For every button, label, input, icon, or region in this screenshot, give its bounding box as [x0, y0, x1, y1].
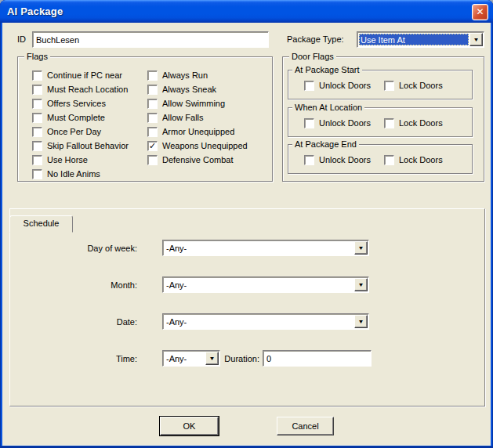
package-type-label: Package Type:	[287, 34, 344, 45]
checkbox-location-unlock-doors[interactable]: Unlock Doors	[304, 116, 371, 130]
at-package-start-title: At Package Start	[292, 64, 362, 75]
schedule-tab-panel: Day of week: -Any- ▼ Month: -Any- ▼ Date…	[9, 208, 485, 406]
time-combo[interactable]: -Any- ▼	[162, 350, 220, 367]
tab-label: Schedule	[24, 219, 60, 228]
package-type-value: Use Item At	[359, 34, 469, 45]
checkbox-no-idle-anims[interactable]: No Idle Anims	[32, 167, 129, 181]
checkbox-label: Continue if PC near	[47, 70, 122, 80]
date-value: -Any-	[165, 316, 353, 327]
checkbox-armor-unequipped[interactable]: Armor Unequipped	[147, 125, 248, 139]
checkbox-always-run[interactable]: Always Run	[147, 68, 248, 82]
checkbox-allow-swimming[interactable]: Allow Swimming	[147, 96, 248, 110]
checkbox-defensive-combat[interactable]: Defensive Combat	[147, 153, 248, 167]
chevron-down-icon: ▼	[354, 279, 368, 291]
checkbox-offers-services[interactable]: Offers Services	[32, 96, 129, 110]
checkbox-icon	[304, 81, 314, 91]
checkbox-icon	[384, 155, 394, 165]
checkbox-icon	[32, 169, 42, 179]
checkbox-label: Defensive Combat	[162, 155, 234, 164]
checkbox-icon	[384, 118, 394, 128]
checkbox-icon	[32, 70, 42, 81]
checkbox-continue-if-pc-near[interactable]: Continue if PC near	[32, 68, 129, 82]
month-value: -Any-	[165, 279, 353, 291]
checkbox-label: Lock Doors	[399, 155, 443, 164]
title-bar[interactable]: AI Package ✕	[0, 0, 493, 23]
chevron-down-icon: ▼	[354, 242, 368, 255]
close-button[interactable]: ✕	[472, 4, 488, 20]
checkbox-label: Always Run	[162, 70, 208, 80]
ok-button-label: OK	[183, 421, 196, 431]
door-flags-group-title: Door Flags	[289, 51, 336, 62]
checkbox-icon	[32, 85, 42, 95]
door-flags-group: Door Flags At Package Start Unlock Doors…	[282, 56, 484, 182]
checkbox-icon	[147, 99, 158, 109]
checkbox-must-reach-location[interactable]: Must Reach Location	[32, 82, 129, 96]
checkbox-label: Allow Falls	[162, 113, 204, 122]
day-of-week-value: -Any-	[165, 242, 353, 254]
flags-group: Flags Continue if PC near Must Reach Loc…	[17, 56, 273, 182]
time-dropdown-button[interactable]: ▼	[205, 352, 219, 365]
duration-label: Duration:	[223, 353, 259, 364]
checkbox-end-unlock-doors[interactable]: Unlock Doors	[304, 153, 371, 167]
checkbox-always-sneak[interactable]: Always Sneak	[147, 82, 248, 96]
checkbox-label: Allow Swimming	[162, 99, 225, 108]
checkbox-label: Unlock Doors	[319, 81, 371, 90]
at-package-end-title: At Package End	[292, 139, 359, 150]
checkbox-icon	[32, 127, 42, 137]
month-label: Month:	[38, 280, 137, 291]
day-of-week-dropdown-button[interactable]: ▼	[354, 241, 368, 255]
checkbox-label: Use Horse	[47, 155, 88, 164]
date-label: Date:	[38, 316, 137, 327]
checkbox-start-unlock-doors[interactable]: Unlock Doors	[304, 78, 371, 92]
dialog-body: ID Package Type: Use Item At ▼ Flags Con…	[2, 23, 491, 446]
checkbox-label: Always Sneak	[162, 85, 216, 94]
checkbox-use-horse[interactable]: Use Horse	[32, 153, 129, 167]
checkbox-label: Weapons Unequipped	[162, 141, 248, 150]
checkbox-icon	[147, 155, 158, 165]
checkbox-icon	[32, 141, 42, 151]
window-title: AI Package	[7, 5, 63, 17]
close-icon: ✕	[476, 6, 484, 17]
checkbox-skip-fallout-behavior[interactable]: Skip Fallout Behavior	[32, 139, 129, 153]
date-dropdown-button[interactable]: ▼	[354, 315, 368, 328]
tab-schedule[interactable]: Schedule	[9, 215, 73, 233]
id-input[interactable]	[32, 31, 269, 48]
month-dropdown-button[interactable]: ▼	[354, 278, 368, 291]
time-value: -Any-	[165, 352, 205, 364]
checkbox-label: Lock Doors	[399, 81, 443, 90]
time-label: Time:	[38, 353, 137, 364]
chevron-down-icon: ▼	[205, 352, 219, 365]
date-combo[interactable]: -Any- ▼	[162, 313, 369, 330]
checkbox-start-lock-doors[interactable]: Lock Doors	[384, 78, 443, 92]
checkbox-icon	[147, 127, 158, 137]
day-of-week-combo[interactable]: -Any- ▼	[162, 240, 369, 256]
when-at-location-title: When At Location	[292, 102, 364, 113]
checkbox-weapons-unequipped[interactable]: ✓Weapons Unequipped	[147, 139, 248, 153]
checkbox-label: Must Complete	[47, 113, 105, 122]
package-type-dropdown-button[interactable]: ▼	[469, 33, 483, 46]
checkbox-label: Unlock Doors	[319, 155, 371, 164]
checkbox-must-complete[interactable]: Must Complete	[32, 110, 129, 125]
cancel-button[interactable]: Cancel	[277, 417, 334, 435]
checkbox-icon	[32, 99, 42, 109]
cancel-button-label: Cancel	[292, 421, 318, 431]
checkbox-end-lock-doors[interactable]: Lock Doors	[384, 153, 443, 167]
at-package-start-group: At Package Start Unlock Doors Lock Doors	[288, 70, 473, 99]
checkbox-label: Armor Unequipped	[162, 127, 234, 136]
checkbox-icon	[32, 155, 42, 165]
package-type-combo[interactable]: Use Item At ▼	[357, 31, 484, 48]
chevron-down-icon: ▼	[354, 316, 368, 328]
checkbox-label: Offers Services	[47, 99, 106, 108]
checkbox-icon: ✓	[147, 141, 158, 151]
duration-input[interactable]	[263, 350, 372, 367]
checkbox-icon	[147, 70, 158, 81]
checkbox-label: Unlock Doors	[319, 118, 371, 128]
chevron-down-icon: ▼	[469, 34, 483, 46]
checkbox-icon	[384, 81, 394, 91]
checkbox-once-per-day[interactable]: Once Per Day	[32, 125, 129, 139]
checkbox-icon	[147, 85, 158, 95]
checkbox-location-lock-doors[interactable]: Lock Doors	[384, 116, 443, 130]
ok-button[interactable]: OK	[160, 417, 219, 435]
checkbox-allow-falls[interactable]: Allow Falls	[147, 110, 248, 125]
month-combo[interactable]: -Any- ▼	[162, 276, 369, 293]
